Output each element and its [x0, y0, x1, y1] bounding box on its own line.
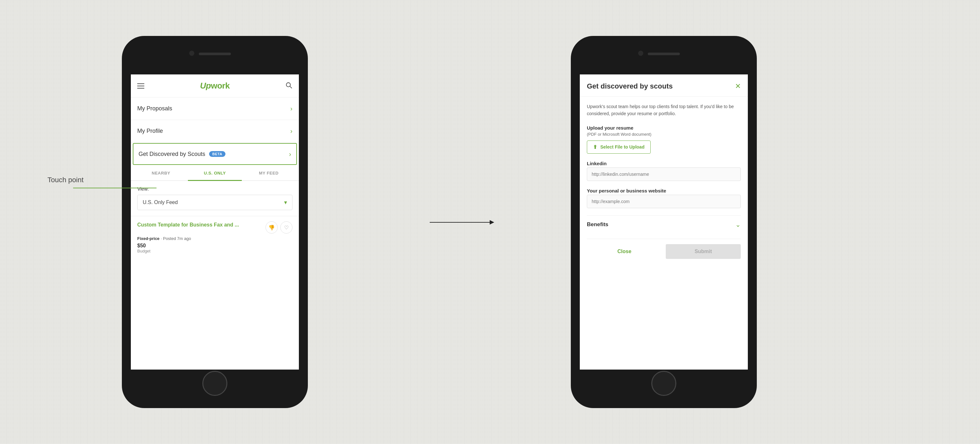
tab-nearby[interactable]: NEARBY — [134, 166, 188, 180]
nav-bar: Upwork — [131, 75, 299, 97]
right-phone-screen: Get discovered by scouts ✕ Upwork's scou… — [580, 75, 748, 369]
profile-label: My Profile — [137, 128, 163, 134]
benefits-label: Benefits — [587, 221, 608, 228]
home-button-left[interactable] — [202, 371, 228, 396]
svg-line-1 — [290, 86, 292, 88]
job-actions: 👎 ♡ — [266, 221, 293, 234]
dropdown-chevron-icon: ▾ — [284, 199, 287, 206]
upload-btn-label: Select File to Upload — [600, 144, 644, 150]
website-section: Your personal or business website — [587, 188, 741, 208]
left-phone: Upwork My Proposals › My Profile › — [122, 36, 308, 408]
tabs-bar: NEARBY U.S. ONLY MY FEED — [131, 166, 299, 181]
tab-us-only[interactable]: U.S. ONLY — [188, 166, 242, 181]
scouts-chevron: › — [289, 150, 291, 158]
job-posted-time: Posted 7m ago — [163, 236, 191, 241]
modal-header: Get discovered by scouts ✕ — [580, 75, 748, 97]
website-input[interactable] — [587, 195, 741, 208]
left-phone-screen: Upwork My Proposals › My Profile › — [131, 75, 299, 369]
benefits-chevron-icon: ⌄ — [735, 221, 741, 228]
benefits-section: Benefits ⌄ — [587, 215, 741, 232]
search-icon[interactable] — [285, 82, 293, 90]
annotation-container: Touch point — [48, 176, 84, 191]
beta-badge: BETA — [209, 151, 226, 157]
job-card: Custom Template for Business Fax and ...… — [131, 216, 299, 259]
phone-camera — [189, 51, 194, 56]
proposals-chevron: › — [290, 105, 293, 112]
home-button-right[interactable] — [651, 371, 676, 396]
submit-button[interactable]: Submit — [666, 244, 741, 259]
modal-body: Upwork's scout team helps our top client… — [580, 97, 748, 366]
logo-work: work — [211, 81, 230, 91]
phone-speaker — [199, 53, 231, 55]
logo-up: Up — [200, 81, 211, 91]
modal-title: Get discovered by scouts — [587, 82, 673, 91]
job-meta: Fixed-price · Posted 7m ago — [137, 236, 293, 241]
menu-item-profile[interactable]: My Profile › — [131, 120, 299, 142]
touch-point-label: Touch point — [48, 176, 84, 184]
website-label: Your personal or business website — [587, 188, 741, 193]
phone-camera-right — [638, 51, 643, 56]
svg-point-0 — [286, 83, 291, 87]
job-title[interactable]: Custom Template for Business Fax and ... — [137, 221, 266, 228]
job-type: Fixed-price — [137, 236, 159, 241]
menu-item-scouts[interactable]: Get Discovered by Scouts BETA › — [133, 143, 297, 165]
close-button[interactable]: Close — [587, 244, 662, 259]
between-phones-arrow — [430, 222, 494, 223]
right-phone: Get discovered by scouts ✕ Upwork's scou… — [571, 36, 757, 408]
tab-my-feed[interactable]: MY FEED — [242, 166, 296, 180]
hamburger-icon[interactable] — [137, 83, 144, 89]
job-budget-label: Budget — [137, 248, 293, 253]
dislike-button[interactable]: 👎 — [266, 221, 278, 234]
job-budget: $50 — [137, 243, 293, 248]
scouts-label-container: Get Discovered by Scouts BETA — [138, 151, 226, 158]
annotation-line — [73, 185, 169, 204]
scouts-label-text: Get Discovered by Scouts — [138, 151, 205, 158]
linkedin-label: Linkedin — [587, 161, 741, 166]
profile-chevron: › — [290, 127, 293, 135]
like-button[interactable]: ♡ — [280, 221, 293, 234]
linkedin-input[interactable] — [587, 167, 741, 181]
modal-description: Upwork's scout team helps our top client… — [587, 103, 741, 118]
phone-speaker-right — [648, 53, 680, 55]
upload-label: Upload your resume — [587, 125, 741, 130]
close-icon[interactable]: ✕ — [735, 83, 741, 90]
upload-icon: ⬆ — [593, 144, 597, 150]
upload-sublabel: (PDF or Microsoft Word document) — [587, 132, 741, 137]
proposals-label: My Proposals — [137, 105, 172, 112]
upwork-logo: Upwork — [200, 81, 230, 91]
job-card-header: Custom Template for Business Fax and ...… — [137, 221, 293, 234]
upload-section: Upload your resume (PDF or Microsoft Wor… — [587, 125, 741, 154]
linkedin-section: Linkedin — [587, 161, 741, 181]
benefits-header[interactable]: Benefits ⌄ — [587, 215, 741, 232]
modal-footer: Close Submit — [587, 239, 741, 260]
select-file-button[interactable]: ⬆ Select File to Upload — [587, 140, 651, 154]
menu-item-proposals[interactable]: My Proposals › — [131, 97, 299, 120]
